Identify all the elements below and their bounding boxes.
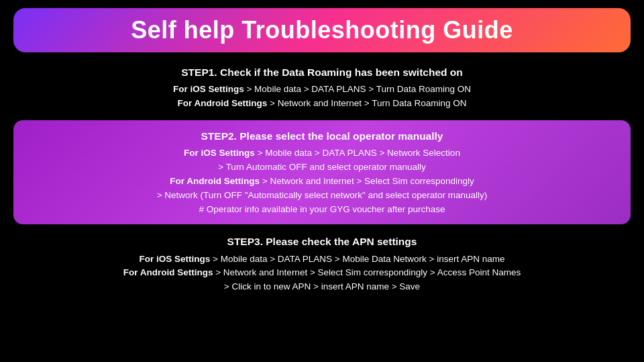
step-line-2-2: For Android Settings > Network and Inter… [27, 175, 617, 189]
step-line-3-1: For Android Settings > Network and Inter… [13, 266, 631, 280]
step-line-2-4: # Operator info available in your GYG vo… [27, 203, 617, 217]
step-line-2-1: > Turn Automatic OFF and select operator… [27, 161, 617, 175]
step-line-2-3: > Network (Turn OFF "Automatically selec… [27, 189, 617, 203]
step-title-3: STEP3. Please check the APN settings [13, 234, 631, 250]
step-title-2: STEP2. Please select the local operator … [27, 128, 617, 144]
step-block-3: STEP3. Please check the APN settingsFor … [13, 234, 631, 294]
step-line-1-0: For iOS Settings > Mobile data > DATA PL… [13, 83, 631, 97]
step-line-3-0: For iOS Settings > Mobile data > DATA PL… [13, 253, 631, 267]
title-banner: Self help Troubleshooting Guide [13, 8, 631, 52]
step-line-1-1: For Android Settings > Network and Inter… [13, 97, 631, 111]
step-title-1: STEP1. Check if the Data Roaming has bee… [13, 64, 631, 81]
step-line-2-0: For iOS Settings > Mobile data > DATA PL… [27, 146, 617, 161]
step-line-3-2: > Click in to new APN > insert APN name … [13, 280, 631, 294]
step-block-2: STEP2. Please select the local operator … [13, 120, 631, 225]
content-area: STEP1. Check if the Data Roaming has bee… [13, 64, 631, 294]
step-block-1: STEP1. Check if the Data Roaming has bee… [13, 64, 631, 111]
page-title: Self help Troubleshooting Guide [30, 16, 614, 44]
